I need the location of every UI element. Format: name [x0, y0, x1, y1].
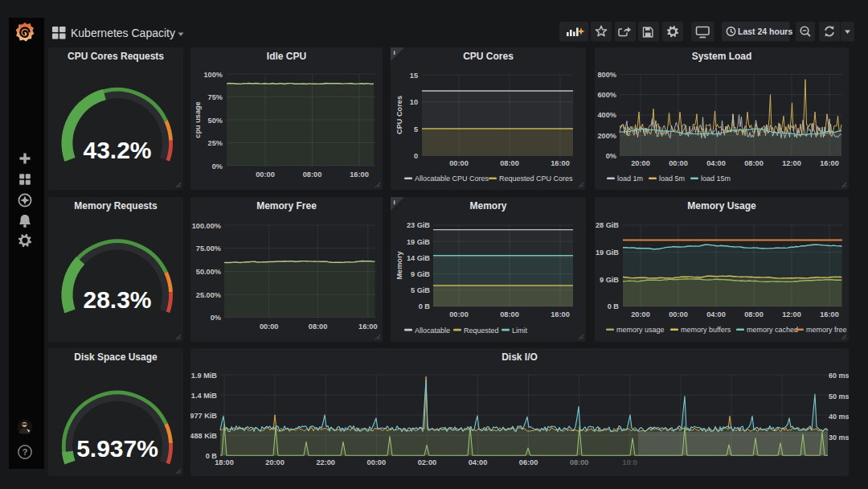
svg-text:25%: 25%: [208, 139, 223, 147]
svg-text:02:00: 02:00: [418, 458, 437, 466]
svg-text:1.4 MiB: 1.4 MiB: [191, 392, 218, 400]
svg-text:400%: 400%: [598, 111, 617, 119]
svg-text:28.3%: 28.3%: [83, 286, 151, 313]
svg-text:22:00: 22:00: [316, 458, 335, 466]
svg-text:43.2%: 43.2%: [83, 137, 151, 163]
svg-text:00:00: 00:00: [449, 159, 469, 167]
svg-text:load 1m: load 1m: [617, 175, 643, 183]
svg-text:Memory Requests: Memory Requests: [74, 200, 158, 212]
svg-text:19 GiB: 19 GiB: [407, 238, 430, 246]
svg-text:memory cached: memory cached: [747, 326, 798, 334]
svg-text:Requested: Requested: [464, 327, 499, 335]
svg-text:i: i: [393, 49, 395, 56]
svg-text:CPU Cores Requests: CPU Cores Requests: [68, 51, 164, 62]
svg-text:08:00: 08:00: [309, 323, 328, 331]
svg-text:00:00: 00:00: [669, 159, 688, 167]
svg-text:memory buffers: memory buffers: [681, 326, 731, 334]
svg-text:12:00: 12:00: [782, 310, 801, 318]
svg-text:50 ms: 50 ms: [829, 392, 849, 401]
svg-text:9 GiB: 9 GiB: [600, 276, 619, 284]
svg-text:9 GiB: 9 GiB: [411, 270, 430, 278]
svg-text:15: 15: [410, 72, 418, 80]
svg-text:16:00: 16:00: [820, 159, 839, 167]
svg-text:Allocatable CPU Cores: Allocatable CPU Cores: [415, 175, 489, 183]
svg-text:25.00%: 25.00%: [196, 291, 221, 299]
svg-text:CPU Cores: CPU Cores: [395, 96, 403, 134]
svg-text:800%: 800%: [598, 71, 617, 79]
svg-text:Allocatable: Allocatable: [415, 327, 450, 335]
svg-text:Requested CPU Cores: Requested CPU Cores: [499, 175, 573, 183]
svg-text:08:00: 08:00: [303, 171, 322, 179]
svg-text:System Load: System Load: [692, 51, 752, 62]
svg-text:50%: 50%: [208, 117, 223, 125]
svg-text:16:00: 16:00: [350, 171, 369, 179]
svg-text:60 ms: 60 ms: [829, 372, 849, 380]
svg-text:0%: 0%: [211, 314, 221, 322]
svg-text:23 GiB: 23 GiB: [407, 221, 430, 229]
svg-text:18:00: 18:00: [215, 458, 234, 466]
svg-text:cpu usage: cpu usage: [194, 101, 202, 138]
svg-text:10:0: 10:0: [623, 458, 637, 466]
svg-text:Memory: Memory: [469, 200, 506, 212]
svg-text:memory usage: memory usage: [616, 326, 665, 334]
svg-text:Disk Space Usage: Disk Space Usage: [74, 351, 158, 363]
svg-text:08:00: 08:00: [570, 458, 589, 466]
svg-text:Last 24 hours: Last 24 hours: [738, 27, 792, 36]
svg-text:04:00: 04:00: [706, 310, 726, 318]
svg-text:load 15m: load 15m: [701, 175, 731, 183]
svg-text:40 ms: 40 ms: [829, 413, 849, 421]
svg-text:20:00: 20:00: [631, 159, 650, 167]
svg-text:Idle CPU: Idle CPU: [267, 51, 306, 62]
svg-text:100.00%: 100.00%: [192, 222, 221, 230]
svg-text:488 KiB: 488 KiB: [190, 432, 217, 440]
svg-text:100%: 100%: [204, 71, 223, 79]
svg-text:0%: 0%: [606, 152, 616, 160]
svg-text:75.00%: 75.00%: [196, 244, 221, 253]
svg-text:5 GiB: 5 GiB: [411, 286, 430, 294]
svg-text:Memory: Memory: [395, 250, 403, 279]
svg-text:00:00: 00:00: [367, 458, 387, 466]
svg-text:04:00: 04:00: [469, 458, 488, 466]
svg-text:00:00: 00:00: [256, 171, 275, 179]
svg-text:0 B: 0 B: [419, 302, 431, 310]
svg-text:i: i: [393, 199, 395, 206]
svg-text:0%: 0%: [212, 162, 223, 171]
svg-text:12:00: 12:00: [782, 159, 801, 167]
svg-text:10: 10: [410, 98, 418, 106]
svg-text:977 KiB: 977 KiB: [190, 412, 217, 420]
svg-text:28 GiB: 28 GiB: [596, 221, 619, 229]
svg-text:200%: 200%: [598, 132, 617, 140]
svg-text:16:00: 16:00: [551, 310, 570, 318]
svg-text:50.00%: 50.00%: [196, 268, 221, 276]
svg-text:0: 0: [414, 152, 418, 160]
svg-text:16:00: 16:00: [358, 323, 378, 331]
svg-text:CPU Cores: CPU Cores: [463, 51, 514, 62]
svg-text:1.9 MiB: 1.9 MiB: [191, 372, 218, 380]
svg-text:08:00: 08:00: [500, 159, 519, 167]
svg-text:30 ms: 30 ms: [829, 434, 849, 442]
svg-text:20:00: 20:00: [265, 458, 285, 466]
svg-text:Limit: Limit: [512, 327, 528, 335]
svg-text:16:00: 16:00: [820, 310, 839, 318]
svg-text:08:00: 08:00: [744, 159, 764, 167]
svg-text:08:00: 08:00: [744, 310, 764, 318]
svg-text:04:00: 04:00: [706, 159, 726, 167]
svg-text:0 B: 0 B: [608, 302, 620, 310]
svg-text:06:00: 06:00: [519, 458, 538, 466]
svg-text:Disk I/O: Disk I/O: [502, 351, 538, 363]
svg-text:load 5m: load 5m: [659, 175, 685, 183]
svg-text:5.937%: 5.937%: [76, 435, 158, 462]
svg-text:20:00: 20:00: [631, 310, 650, 318]
svg-text:Memory Usage: Memory Usage: [687, 200, 756, 212]
svg-text:5: 5: [414, 125, 418, 134]
svg-text:00:00: 00:00: [449, 310, 469, 318]
svg-text:Memory Free: Memory Free: [256, 200, 317, 212]
svg-text:16:00: 16:00: [551, 159, 570, 167]
svg-text:75%: 75%: [208, 93, 223, 101]
svg-text:600%: 600%: [598, 91, 617, 99]
svg-text:00:00: 00:00: [260, 323, 279, 331]
svg-text:00:00: 00:00: [669, 310, 688, 318]
svg-text:08:00: 08:00: [500, 310, 519, 318]
svg-text:19 GiB: 19 GiB: [596, 249, 619, 257]
svg-text:memory free: memory free: [806, 326, 847, 334]
